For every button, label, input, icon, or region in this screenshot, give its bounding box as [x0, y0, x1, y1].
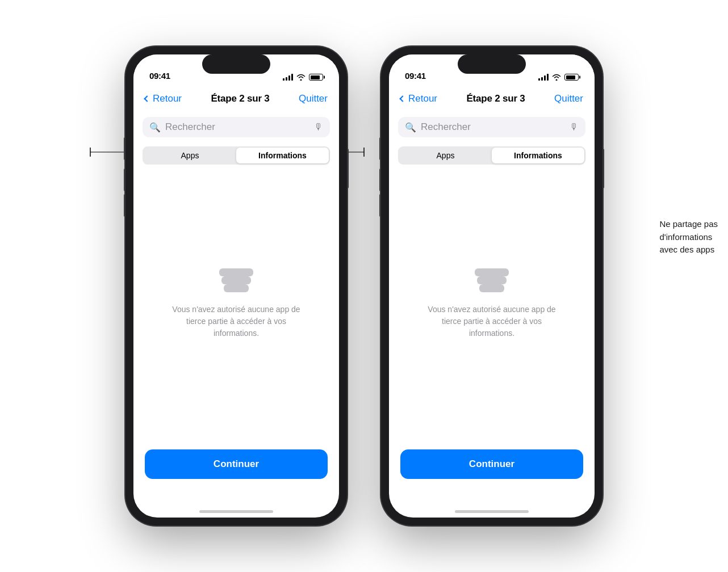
content-area-left: Vous n'avez autorisé aucune app de tierc…: [133, 165, 339, 443]
back-button-left[interactable]: Retour: [145, 93, 182, 104]
home-indicator-left: [133, 498, 339, 518]
status-time-left: 09:41: [149, 71, 170, 81]
empty-message-left: Vous n'avez autorisé aucune app de tierc…: [168, 304, 304, 339]
dynamic-island-right: [458, 54, 526, 74]
segmented-control-left: Apps Informations: [143, 146, 330, 165]
battery-icon-right: [564, 74, 579, 81]
tab-informations-left[interactable]: Informations: [236, 148, 329, 163]
signal-bars-right: [538, 74, 549, 81]
signal-bars-left: [283, 74, 293, 81]
wifi-icon-right: [552, 74, 561, 81]
bottom-area-left: Continuer: [133, 443, 339, 498]
wifi-icon-left: [296, 74, 306, 81]
nav-bar-left: Retour Étape 2 sur 3 Quitter: [133, 85, 339, 112]
search-bar-left[interactable]: 🔍 Rechercher 🎙: [143, 117, 330, 137]
back-label-left: Retour: [153, 93, 182, 104]
stack-layer-3-left: [224, 284, 249, 292]
scene: 09:41: [0, 0, 728, 572]
quit-button-right[interactable]: Quitter: [554, 93, 583, 104]
back-button-right[interactable]: Retour: [400, 93, 437, 104]
stack-layer-1-left: [219, 268, 253, 276]
chevron-left-icon-left: [144, 95, 150, 102]
empty-message-right: Vous n'avez autorisé aucune app de tierc…: [424, 304, 560, 339]
back-label-right: Retour: [408, 93, 437, 104]
stack-layer-3-right: [479, 284, 504, 292]
mic-icon-right: 🎙: [570, 122, 579, 132]
iphone-left: 09:41: [125, 47, 347, 525]
annotation-line1: Ne partage pas: [659, 219, 718, 229]
nav-bar-right: Retour Étape 2 sur 3 Quitter: [389, 85, 595, 112]
annotation-line3: avec des apps: [659, 245, 714, 254]
annotation-callout: Ne partage pas d'informations avec des a…: [659, 218, 718, 256]
status-time-right: 09:41: [405, 71, 426, 81]
connector-lines: [0, 0, 728, 572]
iphone-right: 09:41: [381, 47, 603, 525]
screen-right: 09:41: [389, 54, 595, 518]
bottom-area-right: Continuer: [389, 443, 595, 498]
mic-icon-left: 🎙: [314, 122, 323, 132]
content-area-right: Vous n'avez autorisé aucune app de tierc…: [389, 165, 595, 443]
segmented-control-right: Apps Informations: [398, 146, 585, 165]
home-bar-left: [199, 510, 273, 513]
stack-layer-1-right: [475, 268, 509, 276]
home-indicator-right: [389, 498, 595, 518]
dynamic-island-left: [202, 54, 270, 74]
stack-icon-right: [475, 268, 509, 292]
search-placeholder-right: Rechercher: [421, 121, 565, 133]
search-icon-right: 🔍: [405, 122, 416, 133]
stack-icon-left: [219, 268, 253, 292]
tab-apps-left[interactable]: Apps: [144, 148, 236, 163]
chevron-left-icon-right: [399, 95, 405, 102]
tab-apps-right[interactable]: Apps: [399, 148, 492, 163]
continue-button-right[interactable]: Continuer: [400, 449, 583, 479]
nav-title-left: Étape 2 sur 3: [211, 93, 269, 104]
annotation-line2: d'informations: [659, 232, 712, 242]
nav-title-right: Étape 2 sur 3: [466, 93, 525, 104]
battery-icon-left: [309, 74, 323, 81]
stack-layer-2-right: [477, 276, 507, 284]
screen-left: 09:41: [133, 54, 339, 518]
search-bar-right[interactable]: 🔍 Rechercher 🎙: [398, 117, 585, 137]
tab-informations-right[interactable]: Informations: [492, 148, 584, 163]
search-icon-left: 🔍: [149, 122, 161, 133]
status-icons-left: [283, 74, 323, 81]
status-icons-right: [538, 74, 579, 81]
home-bar-right: [455, 510, 529, 513]
continue-button-left[interactable]: Continuer: [145, 449, 328, 479]
stack-layer-2-left: [221, 276, 251, 284]
search-placeholder-left: Rechercher: [165, 121, 309, 133]
quit-button-left[interactable]: Quitter: [299, 93, 328, 104]
